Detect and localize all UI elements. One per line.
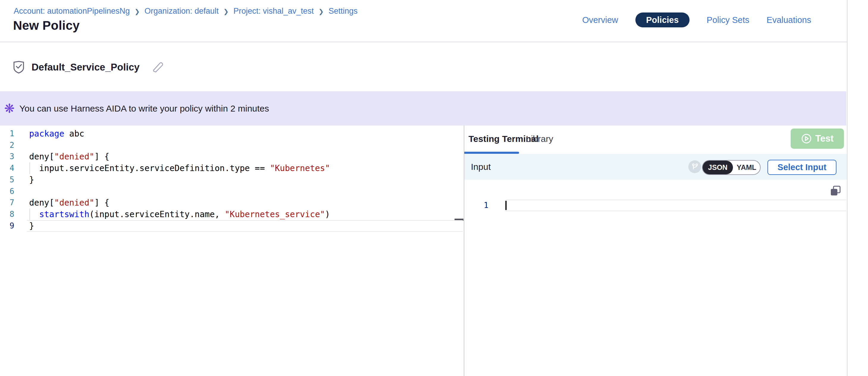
aida-banner: ❋ You can use Harness AIDA to write your… xyxy=(0,91,846,126)
aida-banner-message: You can use Harness AIDA to write your p… xyxy=(19,103,269,114)
tab-policies[interactable]: Policies xyxy=(636,12,689,27)
aida-flower-icon: ❋ xyxy=(4,102,14,115)
current-line-highlight xyxy=(27,220,463,232)
line-number: 4 xyxy=(0,162,14,174)
page-right-border xyxy=(847,0,847,376)
line-number: 1 xyxy=(464,199,489,211)
code-line-8[interactable]: 8 startswith(input.serviceEntity.name, "… xyxy=(0,209,464,220)
line-number: 8 xyxy=(0,209,14,220)
line-number: 6 xyxy=(0,186,14,197)
code-text: deny["denied"] { xyxy=(29,197,110,209)
current-line-highlight xyxy=(506,199,846,211)
code-text: deny["denied"] { xyxy=(29,151,110,162)
shield-check-icon xyxy=(13,61,24,73)
test-button[interactable]: Test xyxy=(790,128,844,149)
edit-pencil-icon[interactable] xyxy=(152,61,164,73)
code-text: } xyxy=(29,174,34,186)
code-line-6[interactable]: 6 xyxy=(0,186,464,197)
line-number: 3 xyxy=(0,151,14,162)
copy-icon[interactable] xyxy=(830,185,841,198)
policy-code-editor[interactable]: 1package abc23deny["denied"] {4 input.se… xyxy=(0,126,464,376)
input-section-title: Input xyxy=(471,154,491,180)
test-input-editor[interactable]: 1 xyxy=(464,180,847,376)
chevron-right-icon: ❯ xyxy=(318,7,324,15)
policy-toolbar: Default_Service_Policy Save Dis xyxy=(0,43,847,91)
select-input-button-label: Select Input xyxy=(778,162,826,172)
chevron-right-icon: ❯ xyxy=(134,7,140,15)
code-text: } xyxy=(29,220,34,232)
line-number: 7 xyxy=(0,197,14,209)
line-number: 1 xyxy=(0,128,14,139)
code-line-1[interactable]: 1package abc xyxy=(0,128,464,139)
play-circle-icon xyxy=(801,133,812,144)
line-number: 9 xyxy=(0,220,14,232)
code-line-5[interactable]: 5} xyxy=(0,174,464,186)
code-line-9[interactable]: 9} xyxy=(0,220,464,232)
top-nav: Overview Policies Policy Sets Evaluation… xyxy=(582,12,811,27)
page-title: New Policy xyxy=(13,19,80,33)
line-number: 5 xyxy=(0,174,14,186)
text-cursor xyxy=(505,201,506,210)
toggle-option-yaml[interactable]: YAML xyxy=(733,161,760,174)
active-tab-underline xyxy=(464,152,519,154)
tab-evaluations[interactable]: Evaluations xyxy=(767,15,811,25)
tab-overview[interactable]: Overview xyxy=(582,15,618,25)
editor-area: 1package abc23deny["denied"] {4 input.se… xyxy=(0,126,868,376)
testing-panel: Testing Terminal Library Test Input xyxy=(464,126,847,376)
code-line-3[interactable]: 3deny["denied"] { xyxy=(0,151,464,162)
breadcrumb: Account: automationPipelinesNg ❯ Organiz… xyxy=(14,6,358,16)
test-button-label: Test xyxy=(815,133,834,144)
new-policy-page: Account: automationPipelinesNg ❯ Organiz… xyxy=(0,0,868,376)
code-text: package abc xyxy=(29,128,84,139)
input-section-header: Input JSON YAML Select Input xyxy=(464,154,847,180)
breadcrumb-organization-link[interactable]: Organization: default xyxy=(145,6,219,16)
tab-policy-sets[interactable]: Policy Sets xyxy=(707,15,749,25)
select-input-button[interactable]: Select Input xyxy=(768,160,836,175)
breadcrumb-settings-link[interactable]: Settings xyxy=(329,6,358,16)
breadcrumb-account-link[interactable]: Account: automationPipelinesNg xyxy=(14,6,130,16)
page-header: Account: automationPipelinesNg ❯ Organiz… xyxy=(0,0,847,42)
line-number: 2 xyxy=(0,139,14,151)
breadcrumb-project-link[interactable]: Project: vishal_av_test xyxy=(234,6,314,16)
toggle-option-json[interactable]: JSON xyxy=(703,161,733,174)
chevron-right-icon: ❯ xyxy=(223,7,229,15)
git-branch-icon xyxy=(688,160,701,173)
tab-library[interactable]: Library xyxy=(526,134,553,144)
code-line-1[interactable]: 1 xyxy=(464,199,847,211)
code-text: startswith(input.serviceEntity.name, "Ku… xyxy=(29,209,330,220)
testing-tabs-row: Testing Terminal Library Test xyxy=(464,126,847,154)
code-text: input.serviceEntity.serviceDefinition.ty… xyxy=(29,162,330,174)
code-line-4[interactable]: 4 input.serviceEntity.serviceDefinition.… xyxy=(0,162,464,174)
policy-name: Default_Service_Policy xyxy=(32,62,140,73)
json-yaml-toggle[interactable]: JSON YAML xyxy=(702,160,761,175)
code-line-7[interactable]: 7deny["denied"] { xyxy=(0,197,464,209)
code-line-2[interactable]: 2 xyxy=(0,139,464,151)
